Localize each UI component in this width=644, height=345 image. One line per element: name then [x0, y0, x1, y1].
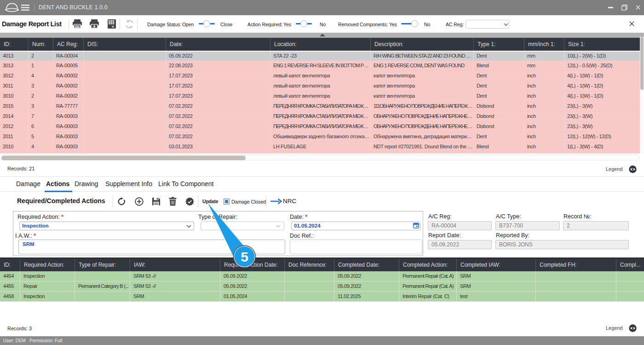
svg-text:x: x	[112, 24, 114, 29]
